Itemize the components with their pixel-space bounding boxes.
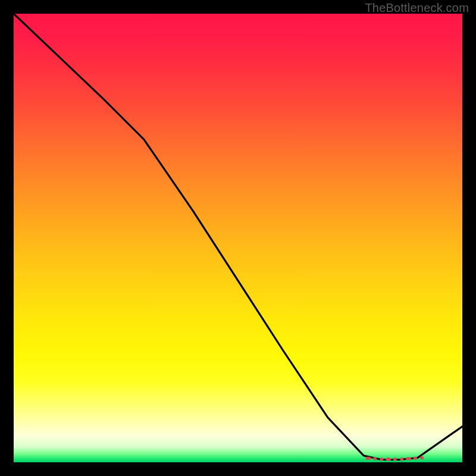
- chart-frame: TheBottleneck.com: [0, 0, 476, 476]
- marker-dot: [386, 458, 391, 461]
- chart-markers: [365, 456, 424, 461]
- watermark-label: TheBottleneck.com: [365, 1, 469, 15]
- marker-dot: [414, 456, 417, 460]
- chart-line-layer: [14, 14, 462, 460]
- chart-line: [14, 14, 462, 460]
- marker-dot: [406, 457, 411, 461]
- marker-dot: [393, 458, 397, 461]
- marker-dot: [400, 458, 403, 461]
- marker-dot: [420, 456, 424, 460]
- marker-dot: [373, 457, 377, 461]
- marker-dot: [365, 456, 371, 460]
- plot-area: [14, 14, 462, 462]
- marker-dot: [380, 458, 383, 461]
- chart-svg: [14, 14, 462, 462]
